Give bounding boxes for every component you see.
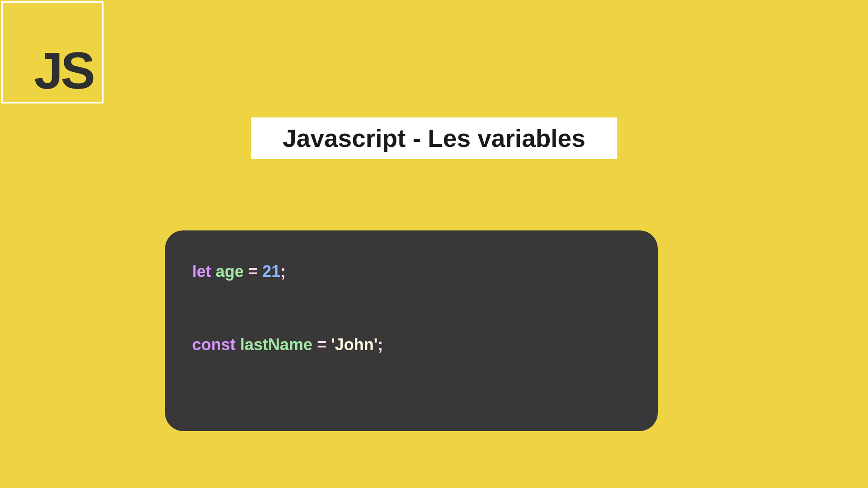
code-number: 21 — [262, 262, 280, 281]
code-punct: ; — [280, 262, 286, 281]
code-punct: ; — [377, 335, 383, 354]
js-logo: JS — [1, 1, 104, 103]
code-string: 'John' — [331, 335, 377, 354]
code-keyword: let — [192, 262, 211, 281]
code-identifier: age — [216, 262, 244, 281]
js-logo-text: JS — [34, 45, 93, 97]
code-identifier: lastName — [240, 335, 312, 354]
code-line-2: const lastName = 'John'; — [192, 335, 631, 354]
title-container: Javascript - Les variables — [251, 117, 617, 159]
code-block: let age = 21; const lastName = 'John'; — [165, 230, 658, 431]
code-keyword: const — [192, 335, 236, 354]
code-line-1: let age = 21; — [192, 262, 631, 281]
code-operator: = — [248, 262, 258, 281]
slide-title: Javascript - Les variables — [283, 124, 585, 153]
code-operator: = — [317, 335, 326, 354]
